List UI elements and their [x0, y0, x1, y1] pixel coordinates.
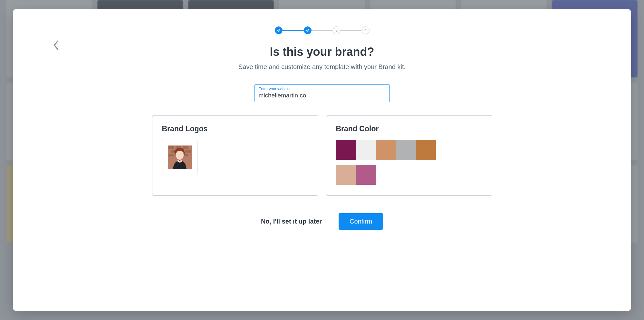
step-connector-2 — [312, 30, 333, 31]
website-field-label: Enter your website — [259, 87, 386, 91]
step-2 — [304, 26, 312, 34]
svg-rect-7 — [168, 154, 174, 156]
step-4: 4 — [362, 26, 370, 34]
swatch-rows — [336, 140, 482, 185]
brand-logos-title: Brand Logos — [162, 125, 308, 133]
modal-title: Is this your brand? — [34, 45, 610, 59]
svg-point-10 — [176, 151, 184, 160]
chevron-left-icon — [53, 40, 60, 51]
back-button[interactable] — [48, 37, 64, 53]
modal-footer: No, I'll set it up later Confirm — [34, 213, 610, 230]
swatch-row-1 — [336, 165, 376, 185]
step-connector-1 — [283, 30, 304, 31]
skip-button[interactable]: No, I'll set it up later — [261, 218, 322, 225]
website-input[interactable] — [259, 92, 386, 99]
color-swatch[interactable] — [356, 165, 376, 185]
color-swatch[interactable] — [416, 140, 436, 160]
brand-kit-modal: 3 4 Is this your brand? Save time and cu… — [13, 9, 631, 311]
brand-logo-thumb[interactable] — [162, 140, 197, 175]
step-label: 4 — [364, 28, 367, 33]
color-swatch[interactable] — [336, 140, 356, 160]
step-3: 3 — [333, 26, 341, 34]
color-swatch[interactable] — [356, 140, 376, 160]
svg-rect-3 — [183, 146, 188, 149]
step-label: 3 — [335, 28, 338, 33]
brand-color-panel: Brand Color — [326, 115, 492, 196]
website-field-wrap[interactable]: Enter your website — [255, 84, 390, 102]
wizard-stepper: 3 4 — [34, 26, 610, 34]
svg-rect-1 — [168, 146, 174, 149]
step-1 — [275, 26, 283, 34]
color-swatch[interactable] — [376, 140, 396, 160]
check-icon — [277, 28, 281, 32]
brand-color-title: Brand Color — [336, 125, 482, 133]
swatch-row-0 — [336, 140, 436, 160]
color-swatch[interactable] — [396, 140, 416, 160]
confirm-button[interactable]: Confirm — [339, 213, 383, 230]
step-connector-3 — [341, 30, 362, 31]
modal-subtitle: Save time and customize any template wit… — [34, 63, 610, 71]
svg-rect-6 — [185, 150, 191, 153]
brand-logos-panel: Brand Logos — [152, 115, 318, 196]
color-swatch[interactable] — [336, 165, 356, 185]
logo-image — [168, 145, 192, 169]
brand-panels: Brand Logos Brand Color — [34, 115, 610, 196]
check-icon — [306, 28, 310, 32]
